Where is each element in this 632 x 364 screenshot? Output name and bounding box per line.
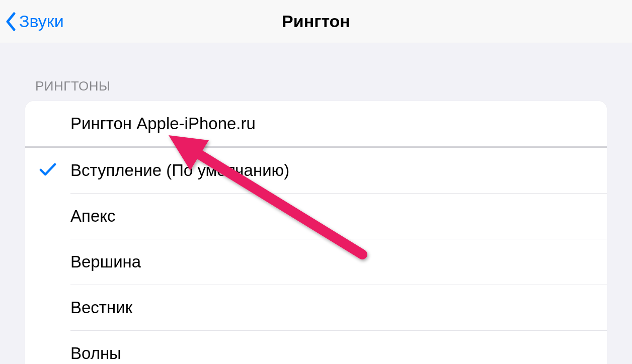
back-label: Звуки	[19, 12, 64, 31]
check-column	[25, 162, 70, 178]
ringtone-item[interactable]: Апекс	[25, 194, 607, 239]
ringtone-item-default[interactable]: Вступление (По умолчанию)	[25, 148, 607, 193]
chevron-left-icon	[5, 12, 16, 31]
ringtone-label: Рингтон Apple-iPhone.ru	[70, 114, 256, 133]
content-area: РИНГТОНЫ Рингтон Apple-iPhone.ru Вступле…	[0, 43, 632, 364]
back-button[interactable]: Звуки	[0, 12, 64, 31]
section-header: РИНГТОНЫ	[25, 43, 607, 101]
ringtone-label: Вестник	[70, 298, 132, 317]
ringtone-label: Вступление (По умолчанию)	[70, 161, 289, 180]
page-title: Рингтон	[282, 12, 350, 31]
ringtone-item[interactable]: Волны	[25, 331, 607, 364]
ringtone-item-custom[interactable]: Рингтон Apple-iPhone.ru	[25, 101, 607, 146]
ringtone-label: Вершина	[70, 252, 141, 271]
ringtone-label: Волны	[70, 344, 121, 363]
ringtone-label: Апекс	[70, 207, 116, 226]
ringtone-list: Рингтон Apple-iPhone.ru Вступление (По у…	[25, 101, 607, 364]
ringtone-item[interactable]: Вестник	[25, 285, 607, 330]
navigation-bar: Звуки Рингтон	[0, 0, 632, 43]
ringtone-item[interactable]: Вершина	[25, 239, 607, 285]
checkmark-icon	[39, 162, 56, 178]
